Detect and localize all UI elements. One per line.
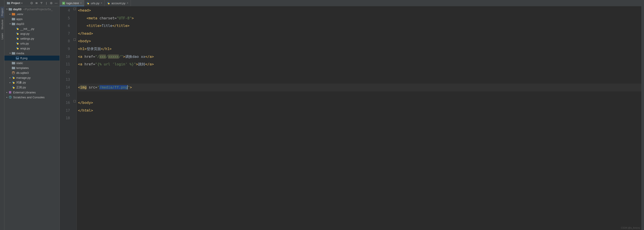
- code-line: <a href="/xxx/xxxxx/">调换dao xx</a>: [78, 53, 641, 61]
- gear-icon[interactable]: [49, 1, 53, 5]
- tree-item-urls[interactable]: urls.py: [4, 41, 60, 46]
- svg-point-37: [13, 87, 14, 89]
- tree-item-venv[interactable]: ▸.venv: [4, 11, 60, 16]
- svg-point-33: [13, 77, 14, 79]
- tree-item-zhengze[interactable]: 正则.py: [4, 85, 60, 90]
- python-file-icon: [16, 32, 19, 35]
- tree-item-settings[interactable]: settings.py: [4, 36, 60, 41]
- code-line: <body>: [78, 37, 641, 45]
- tree-external-libraries[interactable]: ▸External Libraries: [4, 90, 60, 95]
- tree-label: day03: [13, 7, 22, 11]
- hide-icon[interactable]: —: [54, 1, 58, 5]
- tree-label: asgi.py: [20, 32, 30, 35]
- code-line: <a href="{% url 'login' %}">跳转</a>: [78, 61, 641, 68]
- code-line: <h1>登录页面</h1>: [78, 45, 641, 53]
- collapse-all-icon[interactable]: [40, 1, 44, 5]
- editor-body[interactable]: 456789101112131415161718 − − − <head> <m…: [60, 6, 644, 230]
- tree-item-asgi[interactable]: asgi.py: [4, 31, 60, 36]
- tree-label: static: [16, 61, 23, 65]
- tree-path: ~/PycharmProjects/5x_: [23, 7, 52, 11]
- line-number[interactable]: 11: [60, 61, 70, 68]
- database-file-icon: [12, 71, 15, 75]
- line-number[interactable]: 15: [60, 91, 70, 99]
- svg-rect-10: [12, 17, 13, 18]
- tree-label: apps: [16, 17, 22, 21]
- tree-label: templates: [16, 66, 29, 70]
- code-line: [78, 114, 641, 122]
- line-number[interactable]: 10: [60, 53, 70, 61]
- line-number[interactable]: 9: [60, 45, 70, 53]
- vertical-divider: |: [44, 1, 48, 5]
- tree-label: ff.png: [20, 56, 28, 60]
- tree-item-manage[interactable]: ▸manage.py: [4, 75, 60, 80]
- tab-label: account.py: [112, 1, 126, 5]
- tree-label: 正则.py: [16, 85, 26, 89]
- svg-rect-40: [11, 91, 11, 94]
- line-number[interactable]: 16: [60, 99, 70, 107]
- tree-scratches[interactable]: ▸Scratches and Consoles: [4, 95, 60, 100]
- svg-rect-12: [12, 22, 13, 23]
- expand-all-icon[interactable]: [34, 1, 38, 5]
- chevron-down-icon: ▾: [8, 23, 12, 25]
- tree-item-db[interactable]: db.sqlite3: [4, 70, 60, 75]
- code-editor[interactable]: <head> <meta charset="UTF-8"> <title>Tit…: [77, 6, 641, 230]
- tree-item-wsgi[interactable]: wsgi.py: [4, 46, 60, 51]
- tree-label: Scratches and Consoles: [13, 96, 44, 99]
- line-number[interactable]: 5: [60, 14, 70, 22]
- tree-label: day03: [16, 22, 24, 26]
- project-tree[interactable]: ▾ day03 ~/PycharmProjects/5x_ ▸.venv app…: [4, 6, 60, 230]
- tab-account-py[interactable]: account.py ×: [105, 0, 131, 6]
- folder-icon: [8, 7, 12, 11]
- tree-item-duixiang[interactable]: ▸对象.py: [4, 80, 60, 85]
- fold-marker-icon[interactable]: −: [74, 38, 76, 41]
- line-number-gutter[interactable]: 456789101112131415161718: [60, 6, 73, 230]
- fold-marker-icon[interactable]: −: [74, 8, 76, 10]
- tab-label: urls.py: [91, 1, 100, 5]
- rail-tab-project[interactable]: Project: [0, 7, 4, 18]
- folder-icon: [12, 17, 15, 21]
- line-number[interactable]: 18: [60, 114, 70, 122]
- rail-tab-structure[interactable]: Structure: [0, 18, 4, 31]
- line-number[interactable]: 6: [60, 22, 70, 30]
- tree-item-ffpng[interactable]: ff.png: [4, 56, 60, 61]
- tree-label: urls.py: [20, 42, 29, 45]
- project-view-combo[interactable]: Project ▾: [6, 1, 24, 5]
- tab-login-html[interactable]: H login.html ×: [60, 0, 84, 6]
- code-line: </html>: [78, 107, 641, 115]
- project-icon: [7, 1, 10, 5]
- tree-item-init[interactable]: __init__.py: [4, 26, 60, 31]
- line-number[interactable]: 14: [60, 84, 70, 91]
- line-number[interactable]: 8: [60, 37, 70, 45]
- line-number[interactable]: 13: [60, 76, 70, 84]
- project-view-label: Project: [11, 1, 20, 5]
- tree-label: .venv: [16, 12, 23, 16]
- watermark: CSDN @is_Antony: [621, 227, 640, 229]
- tree-item-static[interactable]: static: [4, 61, 60, 65]
- svg-rect-24: [12, 52, 13, 52]
- code-line-current: <img src="/media/ff.png">: [78, 84, 641, 91]
- line-number[interactable]: 4: [60, 7, 70, 14]
- tree-project-root[interactable]: ▾ day03 ~/PycharmProjects/5x_: [4, 7, 60, 11]
- fold-marker-icon[interactable]: −: [74, 100, 76, 102]
- rail-tab-learn[interactable]: Learn: [0, 31, 4, 41]
- fold-column[interactable]: − − −: [73, 6, 77, 230]
- line-number[interactable]: 12: [60, 68, 70, 76]
- tree-item-media[interactable]: ▾media: [4, 51, 60, 56]
- svg-rect-6: [9, 8, 10, 8]
- editor-tabs: H login.html × urls.py × account.py ×: [60, 0, 644, 6]
- folder-icon: [12, 12, 15, 16]
- line-number[interactable]: 7: [60, 30, 70, 38]
- line-number[interactable]: 17: [60, 107, 70, 115]
- close-icon[interactable]: ×: [80, 1, 82, 5]
- html-file-icon: H: [62, 1, 65, 5]
- tab-urls-py[interactable]: urls.py ×: [84, 0, 105, 6]
- locate-icon[interactable]: [30, 1, 34, 5]
- close-icon[interactable]: ×: [101, 1, 102, 5]
- svg-point-20: [17, 43, 18, 44]
- tree-item-templates[interactable]: templates: [4, 65, 60, 70]
- chevron-down-icon: ▾: [22, 2, 22, 4]
- editor-scrollbar[interactable]: [641, 6, 644, 230]
- tree-item-apps[interactable]: apps: [4, 16, 60, 21]
- close-icon[interactable]: ×: [127, 1, 128, 5]
- tree-item-day03[interactable]: ▾day03: [4, 21, 60, 26]
